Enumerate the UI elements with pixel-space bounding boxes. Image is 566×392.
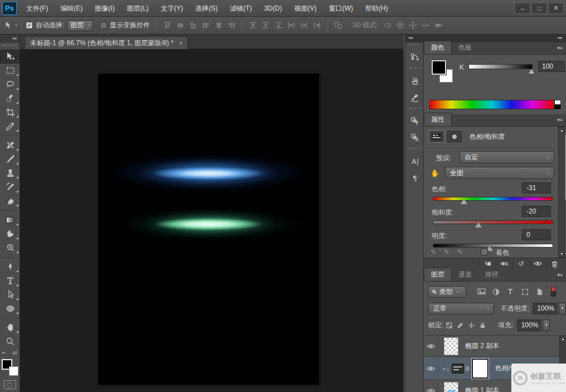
filter-toggle-switch[interactable] <box>551 287 556 297</box>
maximize-button[interactable]: □ <box>531 3 547 14</box>
tab-paths[interactable]: 路径 <box>478 268 505 281</box>
background-color-swatch[interactable] <box>9 366 18 376</box>
layer-thumbnail[interactable] <box>444 382 458 392</box>
character-panel-icon[interactable]: A| <box>406 153 423 170</box>
filter-type-dropdown[interactable]: 🔍︎ 类型÷ <box>428 286 466 298</box>
saturation-value-input[interactable]: -20 <box>522 206 551 217</box>
lightness-slider[interactable] <box>433 244 553 248</box>
distribute-vertical-centers-icon[interactable] <box>260 20 271 31</box>
history-brush-tool[interactable] <box>0 180 20 194</box>
document-tab[interactable]: 未标题-1 @ 66.7% (色相/饱和度 1, 图层蒙版/8) * × <box>25 36 188 49</box>
tab-properties[interactable]: 属性 <box>424 113 452 126</box>
brush-tool[interactable] <box>0 152 20 166</box>
targeted-adjust-icon[interactable]: ✋ <box>430 169 439 177</box>
default-colors-icon[interactable]: ▪▫ <box>2 350 6 356</box>
tool-preset-arrow[interactable]: ▾ <box>15 23 17 28</box>
tab-swatches[interactable]: 色板 <box>452 41 478 54</box>
character-styles-panel-icon[interactable]: A <box>406 129 423 146</box>
3d-roll-icon[interactable] <box>395 20 405 31</box>
scroll-up-icon[interactable]: ▲ <box>559 128 564 132</box>
reset-adjustment-icon[interactable]: ↺ <box>512 259 529 269</box>
hand-tool[interactable] <box>0 321 20 335</box>
move-tool[interactable] <box>0 50 20 64</box>
lock-all-icon[interactable] <box>477 322 488 328</box>
3d-camera-icon[interactable] <box>433 20 444 31</box>
menu-edit[interactable]: 编辑(E) <box>54 0 89 17</box>
paragraph-styles-panel-icon[interactable]: ¶ <box>406 113 423 129</box>
align-top-edges-icon[interactable] <box>162 20 173 31</box>
colorize-checkbox[interactable] <box>481 248 488 255</box>
toolbar-grip[interactable] <box>3 45 17 48</box>
clip-to-layer-icon[interactable] <box>479 259 496 269</box>
lock-paint-icon[interactable] <box>454 322 466 328</box>
rectangular-marquee-tool[interactable] <box>0 64 20 78</box>
menu-3d[interactable]: 3D(D) <box>258 0 288 17</box>
eyedropper-plus-icon[interactable]: ✎ <box>444 248 449 258</box>
lasso-tool[interactable] <box>0 78 20 91</box>
menu-view[interactable]: 视图(V) <box>288 0 323 17</box>
clone-stamp-tool[interactable] <box>0 166 20 180</box>
filter-pixel-layers-icon[interactable] <box>474 288 488 294</box>
menu-file[interactable]: 文件(F) <box>20 0 54 17</box>
hue-slider-thumb[interactable] <box>461 199 467 204</box>
distribute-top-edges-icon[interactable] <box>248 20 258 31</box>
lightness-value-input[interactable]: 0 <box>522 229 551 240</box>
auto-align-layers-icon[interactable] <box>333 20 344 31</box>
scroll-down-icon[interactable]: ▼ <box>559 252 564 256</box>
gradient-tool[interactable] <box>0 213 20 227</box>
eyedropper-minus-icon[interactable]: ✎ <box>457 248 463 258</box>
saturation-slider[interactable] <box>433 220 553 224</box>
history-panel-icon[interactable] <box>406 49 423 66</box>
quick-mask-button[interactable] <box>4 380 16 389</box>
adjustment-icon[interactable] <box>429 131 444 142</box>
filter-smart-objects-icon[interactable] <box>532 288 546 296</box>
path-selection-tool[interactable] <box>0 288 20 302</box>
visibility-eye-icon[interactable] <box>424 380 438 392</box>
panel-menu-icon[interactable]: ▾≡ <box>557 117 563 123</box>
quick-selection-tool[interactable] <box>0 91 20 105</box>
fill-input[interactable]: 100% <box>517 320 541 331</box>
menu-layer[interactable]: 图层(L) <box>121 0 155 17</box>
filter-type-layers-icon[interactable]: T <box>503 287 517 296</box>
k-value-input[interactable]: 100 <box>538 61 565 72</box>
canvas[interactable] <box>99 74 318 384</box>
crop-tool[interactable] <box>0 105 20 119</box>
tab-channels[interactable]: 通道 <box>452 268 478 281</box>
distribute-right-edges-icon[interactable] <box>312 20 322 31</box>
preset-dropdown[interactable]: 自定÷ <box>459 151 554 163</box>
eyedropper-tool[interactable] <box>0 119 20 133</box>
dodge-tool[interactable] <box>0 241 20 255</box>
3d-pan-icon[interactable] <box>408 20 418 31</box>
align-vertical-centers-icon[interactable] <box>175 20 186 31</box>
spectrum-black-swatch[interactable] <box>554 104 561 109</box>
align-bottom-edges-icon[interactable] <box>188 20 199 31</box>
tab-color[interactable]: 颜色 <box>424 41 452 54</box>
view-previous-state-icon[interactable] <box>496 259 512 269</box>
type-tool[interactable] <box>0 274 20 288</box>
adjustment-layer-thumbnail[interactable] <box>452 364 464 374</box>
distribute-horizontal-centers-icon[interactable] <box>299 20 309 31</box>
close-button[interactable]: ✕ <box>548 3 564 14</box>
smudge-tool[interactable] <box>0 227 20 241</box>
align-horizontal-centers-icon[interactable] <box>214 20 224 31</box>
tool-presets-panel-icon[interactable] <box>406 72 423 89</box>
auto-select-checkbox[interactable]: ✓ <box>26 22 33 29</box>
swap-colors-icon[interactable]: ⇄ <box>13 350 17 356</box>
menu-image[interactable]: 图像(I) <box>89 0 120 17</box>
blend-mode-dropdown[interactable]: 正常÷ <box>428 303 494 314</box>
distribute-left-edges-icon[interactable] <box>286 20 297 31</box>
panel-menu-icon[interactable]: ▾≡ <box>557 272 563 278</box>
lock-position-icon[interactable] <box>466 322 477 328</box>
channel-dropdown[interactable]: 全图÷ <box>445 167 554 179</box>
filter-shape-layers-icon[interactable] <box>517 288 532 296</box>
distribute-bottom-edges-icon[interactable] <box>273 20 284 31</box>
delete-adjustment-icon[interactable] <box>546 259 563 269</box>
foreground-color-well[interactable] <box>432 60 446 75</box>
show-transform-checkbox[interactable] <box>100 22 107 29</box>
visibility-eye-icon[interactable] <box>424 357 438 380</box>
eraser-tool[interactable] <box>0 194 20 208</box>
brush-panel-icon[interactable] <box>406 89 423 106</box>
layer-mask-thumbnail[interactable] <box>472 359 488 379</box>
menu-filter[interactable]: 滤镜(T) <box>224 0 258 17</box>
filter-adjustment-layers-icon[interactable] <box>488 288 503 296</box>
